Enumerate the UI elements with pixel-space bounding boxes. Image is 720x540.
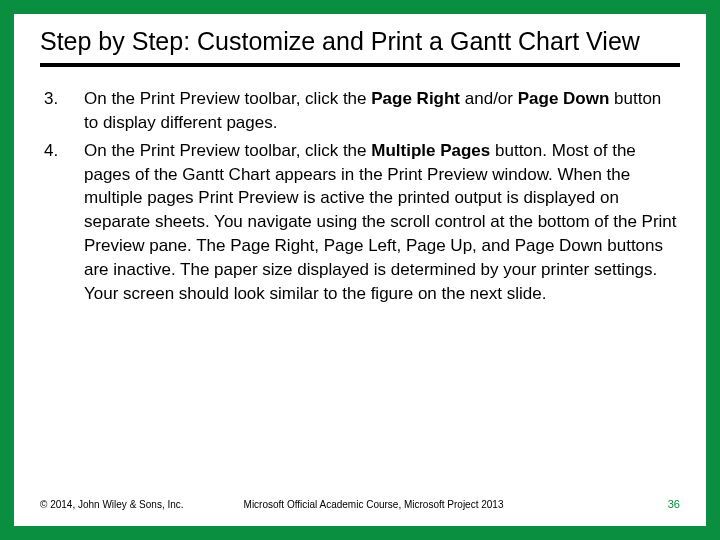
step4-text-b: button. Most of the pages of the Gantt C… <box>84 141 677 303</box>
step-item-4: On the Print Preview toolbar, click the … <box>40 139 680 306</box>
slide: Step by Step: Customize and Print a Gant… <box>14 14 706 526</box>
step-list: On the Print Preview toolbar, click the … <box>40 87 680 305</box>
step-item-3: On the Print Preview toolbar, click the … <box>40 87 680 135</box>
course-text: Microsoft Official Academic Course, Micr… <box>244 499 668 510</box>
step4-text-a: On the Print Preview toolbar, click the <box>84 141 371 160</box>
copyright-text: © 2014, John Wiley & Sons, Inc. <box>40 499 184 510</box>
step3-bold-page-down: Page Down <box>518 89 610 108</box>
step3-text-b: and/or <box>460 89 518 108</box>
slide-title: Step by Step: Customize and Print a Gant… <box>40 26 680 67</box>
step3-bold-page-right: Page Right <box>371 89 460 108</box>
step3-text-a: On the Print Preview toolbar, click the <box>84 89 371 108</box>
footer: © 2014, John Wiley & Sons, Inc. Microsof… <box>40 498 680 510</box>
step4-bold-multiple-pages: Multiple Pages <box>371 141 490 160</box>
page-number: 36 <box>668 498 680 510</box>
